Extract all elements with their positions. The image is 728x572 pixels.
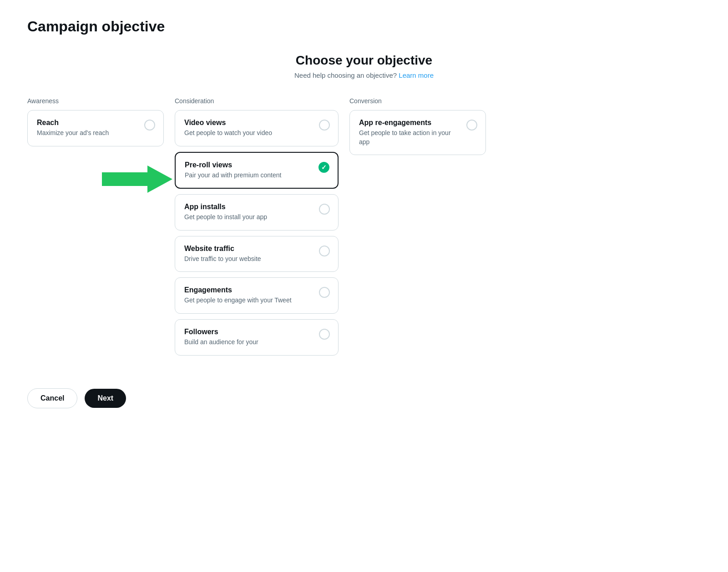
app-installs-title: App installs [184,203,313,211]
awareness-column: Awareness Reach Maximize your ad's reach [27,97,164,152]
app-installs-desc: Get people to install your app [184,213,313,222]
video-views-radio[interactable] [319,120,330,130]
awareness-label: Awareness [27,97,164,105]
app-installs-radio[interactable] [319,204,330,215]
website-traffic-option[interactable]: Website traffic Drive traffic to your we… [175,236,339,272]
learn-more-link[interactable]: Learn more [399,71,434,79]
app-reengagements-text: App re-engagements Get people to take ac… [359,119,461,146]
website-traffic-desc: Drive traffic to your website [184,255,313,264]
conversion-label: Conversion [349,97,486,105]
followers-text: Followers Build an audience for your [184,328,313,347]
cancel-button[interactable]: Cancel [27,388,77,408]
choose-objective-heading: Choose your objective [27,53,701,68]
pre-roll-views-option[interactable]: Pre-roll views Pair your ad with premium… [175,152,339,189]
green-arrow-icon [102,161,175,197]
consideration-label: Consideration [175,97,339,105]
pre-roll-text: Pre-roll views Pair your ad with premium… [185,161,313,180]
reach-text: Reach Maximize your ad's reach [37,119,139,138]
bottom-buttons: Cancel Next [27,388,701,408]
engagements-desc: Get people to engage with your Tweet [184,296,313,305]
app-reengagements-title: App re-engagements [359,119,461,127]
reach-title: Reach [37,119,139,127]
app-installs-option[interactable]: App installs Get people to install your … [175,194,339,231]
app-reengagements-option[interactable]: App re-engagements Get people to take ac… [349,110,486,155]
pre-roll-radio[interactable] [318,162,329,173]
video-views-title: Video views [184,119,313,127]
next-button[interactable]: Next [85,389,126,408]
website-traffic-text: Website traffic Drive traffic to your we… [184,245,313,264]
website-traffic-title: Website traffic [184,245,313,253]
app-reengagements-desc: Get people to take action in your app [359,129,461,146]
website-traffic-radio[interactable] [319,246,330,256]
help-text: Need help choosing an objective? Learn m… [27,71,701,79]
green-arrow-container [102,161,175,199]
consideration-column: Consideration Video views Get people to … [175,97,339,361]
video-views-desc: Get people to watch your video [184,129,313,138]
pre-roll-title: Pre-roll views [185,161,313,169]
engagements-text: Engagements Get people to engage with yo… [184,286,313,305]
page-title: Campaign objective [27,18,701,35]
reach-desc: Maximize your ad's reach [37,129,139,138]
conversion-column: Conversion App re-engagements Get people… [349,97,486,161]
reach-radio[interactable] [144,120,155,130]
app-installs-text: App installs Get people to install your … [184,203,313,222]
engagements-option[interactable]: Engagements Get people to engage with yo… [175,277,339,314]
followers-option[interactable]: Followers Build an audience for your [175,319,339,356]
followers-title: Followers [184,328,313,336]
video-views-text: Video views Get people to watch your vid… [184,119,313,138]
center-header: Choose your objective Need help choosing… [27,53,701,79]
svg-marker-0 [102,166,172,193]
reach-option[interactable]: Reach Maximize your ad's reach [27,110,164,146]
followers-radio[interactable] [319,329,330,340]
columns-container: Awareness Reach Maximize your ad's reach… [27,97,701,361]
engagements-radio[interactable] [319,287,330,298]
video-views-option[interactable]: Video views Get people to watch your vid… [175,110,339,146]
app-reengagements-radio[interactable] [466,120,477,130]
followers-desc: Build an audience for your [184,338,313,347]
engagements-title: Engagements [184,286,313,294]
pre-roll-desc: Pair your ad with premium content [185,171,313,180]
